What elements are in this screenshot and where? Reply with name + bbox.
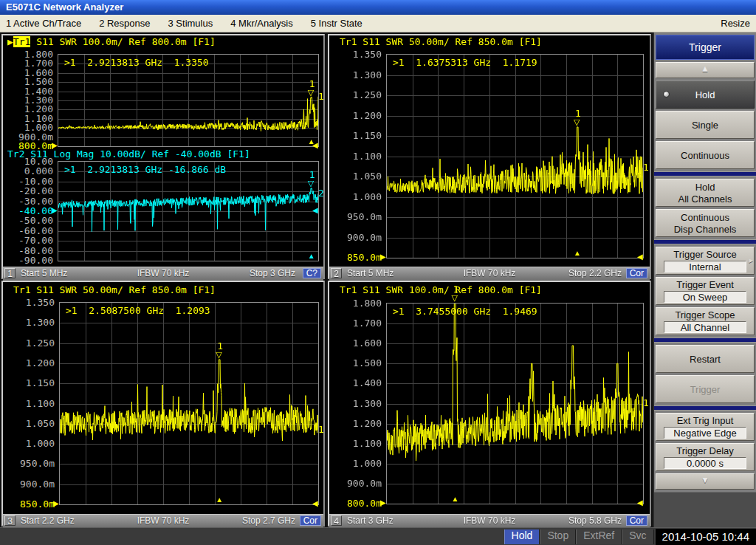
trace-name: Tr1 <box>340 36 357 47</box>
status-indicator-hold: Hold <box>504 529 540 544</box>
channel-area: ▶Tr1 S11 SWR 100.0m/ Ref 800.0m [F1]>1 2… <box>0 32 653 527</box>
marker-number: 1 <box>453 284 458 295</box>
softkey-trigger-scope[interactable]: Trigger ScopeAll Channel <box>656 307 755 335</box>
softkey-trigger-event[interactable]: Trigger EventOn Sweep <box>656 277 755 305</box>
y-axis-label: 1.050 <box>7 418 55 429</box>
menu-item-4[interactable]: 4 Mkr/Analysis <box>230 18 293 29</box>
softkey-scroll-down-button[interactable]: ▼ <box>656 473 755 490</box>
channel-window-1: ▶Tr1 S11 SWR 100.0m/ Ref 800.0m [F1]>1 2… <box>1 34 325 279</box>
ifbw-label: IFBW 70 kHz <box>137 268 190 278</box>
trace-header-text: S11 SWR 100.0m/ Ref 800.0m [F1] <box>357 284 541 295</box>
menu-bar: 1 Active Ch/Trace2 Response3 Stimulus4 M… <box>0 15 756 32</box>
instrument-screen: E5071C Network Analyzer 1 Active Ch/Trac… <box>0 0 756 545</box>
ref-level-right-icon: ◀ <box>637 499 643 507</box>
channel-number: 1 <box>4 268 16 278</box>
softkey-label: Hold <box>695 182 715 193</box>
marker-number: 1 <box>309 169 315 180</box>
softkey-label: Trigger Scope <box>675 309 735 321</box>
trace-grid: >1 3.7455000 GHz 1.9469 <box>386 303 644 504</box>
sweep-stop-label: Stop 2.2 GHz <box>568 268 622 278</box>
softkey-value: On Sweep <box>664 291 746 303</box>
y-axis-label: 1.700 <box>334 318 382 329</box>
softkey-hold[interactable]: Hold <box>656 80 755 109</box>
y-axis-label: 1.600 <box>334 337 382 349</box>
trace-end-number: 1 <box>643 397 649 408</box>
softkey-label: Restart <box>690 354 721 365</box>
y-axis-label: 800.0m <box>334 498 382 509</box>
window-title-bar: E5071C Network Analyzer <box>0 0 756 15</box>
trace-plot-canvas <box>58 162 318 261</box>
y-axis-label: 1.000 <box>334 458 382 469</box>
trace-header-text: S11 SWR 50.00m/ Ref 850.0m [F1] <box>357 36 541 47</box>
trace-grid: >1 2.5087500 GHz 1.2093 <box>59 302 319 505</box>
softkey-trigger[interactable]: Trigger <box>656 375 755 403</box>
softkey-trigger-source[interactable]: Trigger SourceInternal▸ <box>656 247 755 275</box>
softkey-trigger-delay[interactable]: Trigger Delay0.0000 s <box>656 443 755 471</box>
menu-item-2[interactable]: 2 Response <box>99 18 150 29</box>
sweep-stop-label: Stop 5.8 GHz <box>568 515 622 526</box>
y-axis-label: 950.0m <box>7 458 55 469</box>
y-axis-label: 900.0m <box>334 232 382 243</box>
trace-plot-canvas <box>60 303 318 504</box>
softkey-label: Trigger Source <box>673 249 737 260</box>
menu-item-1[interactable]: 1 Active Ch/Trace <box>6 18 81 29</box>
y-axis-label: 1.000 <box>7 438 55 449</box>
y-axis-label: 1.300 <box>7 317 55 328</box>
menu-item-5[interactable]: 5 Instr State <box>311 18 362 29</box>
resize-button[interactable]: Resize <box>721 15 750 32</box>
app-title: E5071C Network Analyzer <box>6 1 123 13</box>
trace-header-tr1[interactable]: Tr1 S11 SWR 100.0m/ Ref 800.0m [F1] <box>340 284 542 295</box>
sweep-start-label: Start 3 GHz <box>347 515 394 526</box>
softkey-separator <box>654 405 756 411</box>
marker-readout: >1 2.9213813 GHz 1.3350 <box>64 57 209 68</box>
trace-header-text: S11 SWR 50.00m/ Ref 850.0m [F1] <box>30 284 215 295</box>
stimulus-marker-icon: ▲ <box>308 138 315 145</box>
softkey-scroll-up-button[interactable]: ▲ <box>656 62 755 78</box>
softkey-label: Single <box>692 120 718 131</box>
marker-readout: >1 2.5087500 GHz 1.2093 <box>66 305 210 316</box>
marker-triangle-icon: ▽ <box>451 294 457 302</box>
marker-triangle-icon: ▽ <box>308 89 314 97</box>
ref-level-left-icon: ▶ <box>52 207 58 214</box>
datetime-display: 2014-10-05 10:44 <box>656 529 756 545</box>
softkey-single[interactable]: Single <box>656 111 755 139</box>
ref-level-left-icon: ▶ <box>380 499 386 507</box>
trace-header-tr1[interactable]: Tr1 S11 SWR 50.00m/ Ref 850.0m [F1] <box>340 36 542 47</box>
menu-item-3[interactable]: 3 Stimulus <box>168 18 213 29</box>
status-indicator-stop: Stop <box>540 529 576 544</box>
calibration-badge: Cor <box>626 268 647 278</box>
channel-status-strip: 1Start 5 MHzIFBW 70 kHzStop 3 GHzC? <box>3 267 323 281</box>
y-axis-label: 1.300 <box>334 398 382 409</box>
softkey-ext-trig-input[interactable]: Ext Trig InputNegative Edge <box>656 413 755 441</box>
y-axis-label: 1.500 <box>334 357 382 369</box>
ref-level-left-icon: ▶ <box>53 500 59 507</box>
stimulus-marker-icon: ▲ <box>451 496 458 503</box>
trace-end-number: 1 <box>318 91 324 102</box>
trace-name: Tr1 <box>13 36 30 47</box>
softkey-continuous-disp-channels[interactable]: ContinuousDisp Channels <box>656 209 755 237</box>
softkey-separator <box>654 171 756 176</box>
calibration-badge: C? <box>303 268 321 278</box>
softkey-sidebar: Trigger▲HoldSingleContinuousHoldAll Chan… <box>653 32 756 527</box>
sweep-start-label: Start 5 MHz <box>347 268 394 278</box>
marker-readout: >1 1.6375313 GHz 1.1719 <box>393 57 537 68</box>
trace-header-tr1[interactable]: ▶Tr1 S11 SWR 100.0m/ Ref 800.0m [F1] <box>7 36 216 47</box>
trace-header-tr1[interactable]: Tr1 S11 SWR 50.00m/ Ref 850.0m [F1] <box>13 284 216 295</box>
y-axis-label: 1.350 <box>7 297 55 308</box>
selected-radio-icon <box>663 91 670 97</box>
softkey-restart[interactable]: Restart <box>656 345 755 373</box>
trace-grid: >1 2.9213813 GHz 1.3350 <box>58 54 319 147</box>
softkey-hold-all-channels[interactable]: HoldAll Channels <box>656 179 755 207</box>
y-axis-label: 1.200 <box>334 418 382 429</box>
submenu-arrow-icon: ▸ <box>749 256 753 265</box>
status-bar: HoldStopExtRefSvc2014-10-05 10:44 <box>0 527 756 545</box>
softkey-continuous[interactable]: Continuous <box>656 141 755 169</box>
active-trace-arrow-icon: ▶ <box>7 36 13 47</box>
sidebar-empty-panel <box>654 492 756 527</box>
y-axis-label: 1.250 <box>7 337 55 349</box>
y-axis-label: 850.0m <box>334 252 382 263</box>
ifbw-label: IFBW 70 kHz <box>464 268 516 278</box>
softkey-separator <box>654 239 756 244</box>
calibration-badge: Cor <box>300 515 321 526</box>
channel-window-4: Tr1 S11 SWR 100.0m/ Ref 800.0m [F1]>1 3.… <box>328 281 651 527</box>
